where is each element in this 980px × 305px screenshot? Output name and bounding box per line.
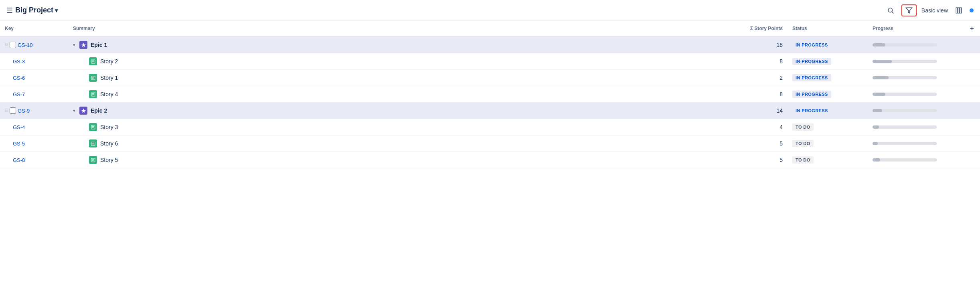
columns-icon bbox=[955, 7, 962, 14]
story-icon bbox=[89, 90, 97, 98]
story-points: 2 bbox=[780, 75, 783, 81]
online-indicator bbox=[970, 8, 974, 12]
project-chevron-icon[interactable]: ▾ bbox=[55, 7, 58, 14]
summary-text[interactable]: Story 3 bbox=[100, 124, 118, 130]
progress-bar bbox=[873, 43, 937, 46]
story-icon bbox=[89, 74, 97, 82]
project-title[interactable]: Big Project ▾ bbox=[15, 6, 58, 14]
list-icon: ☰ bbox=[6, 6, 13, 15]
progress-bar bbox=[873, 158, 937, 162]
row-checkbox[interactable] bbox=[10, 42, 16, 48]
columns-button[interactable] bbox=[953, 4, 965, 16]
issue-key-link[interactable]: GS-9 bbox=[18, 108, 30, 114]
status-badge[interactable]: IN PROGRESS bbox=[792, 41, 831, 48]
progress-bar-fill bbox=[873, 93, 885, 96]
issue-key-link[interactable]: GS-4 bbox=[13, 124, 25, 130]
col-header-status: Status bbox=[788, 21, 868, 36]
story-icon bbox=[89, 57, 97, 65]
drag-handle: ⠿ bbox=[5, 108, 8, 113]
backlog-table-container: Key Summary Σ Story Points Status Progre… bbox=[0, 21, 980, 168]
summary-text[interactable]: Epic 1 bbox=[91, 42, 107, 48]
status-badge[interactable]: IN PROGRESS bbox=[792, 74, 831, 81]
expand-chevron-icon[interactable]: ▾ bbox=[73, 108, 75, 113]
progress-bar-fill bbox=[873, 158, 880, 162]
summary-text[interactable]: Story 4 bbox=[100, 91, 118, 97]
epic-icon bbox=[79, 41, 87, 49]
col-header-summary: Summary bbox=[68, 21, 723, 36]
search-button[interactable] bbox=[885, 4, 897, 16]
app-header: ☰ Big Project ▾ Basic view bbox=[0, 0, 980, 21]
status-badge[interactable]: IN PROGRESS bbox=[792, 107, 831, 114]
table-row: ⠿ GS-9 ▾ Epic 2 14IN PROGRESS bbox=[0, 103, 980, 119]
issue-key-link[interactable]: GS-8 bbox=[13, 157, 25, 163]
status-badge[interactable]: IN PROGRESS bbox=[792, 58, 831, 65]
story-points: 5 bbox=[780, 140, 783, 147]
story-icon bbox=[89, 139, 97, 147]
svg-marker-2 bbox=[906, 8, 912, 13]
progress-bar-fill bbox=[873, 125, 879, 129]
summary-text[interactable]: Story 1 bbox=[100, 75, 118, 81]
svg-rect-5 bbox=[960, 8, 962, 13]
story-points: 14 bbox=[776, 107, 783, 114]
issue-key-link[interactable]: GS-7 bbox=[13, 91, 25, 97]
search-icon bbox=[887, 7, 894, 14]
col-header-add: + bbox=[964, 21, 980, 36]
table-row: GS-7 Story 4 8IN PROGRESS bbox=[0, 86, 980, 103]
issue-key-link[interactable]: GS-3 bbox=[13, 59, 25, 65]
table-row: GS-8 Story 5 5TO DO bbox=[0, 152, 980, 168]
col-header-points: Σ Story Points bbox=[723, 21, 788, 36]
table-row: GS-5 Story 6 5TO DO bbox=[0, 135, 980, 152]
epic-icon bbox=[79, 107, 87, 115]
story-icon bbox=[89, 156, 97, 164]
story-icon bbox=[89, 123, 97, 131]
table-row: ⠿ GS-10 ▾ Epic 1 18IN PROGRESS bbox=[0, 36, 980, 53]
story-points: 8 bbox=[780, 91, 783, 97]
progress-bar bbox=[873, 93, 937, 96]
progress-bar-fill bbox=[873, 142, 878, 145]
basic-view-button[interactable]: Basic view bbox=[921, 7, 948, 14]
svg-point-0 bbox=[888, 8, 893, 12]
row-checkbox[interactable] bbox=[10, 107, 16, 114]
issue-key-link[interactable]: GS-10 bbox=[18, 42, 33, 48]
status-badge[interactable]: TO DO bbox=[792, 156, 814, 164]
header-left: ☰ Big Project ▾ bbox=[6, 6, 58, 15]
header-right: Basic view bbox=[885, 4, 974, 16]
story-points: 18 bbox=[776, 42, 783, 48]
filter-button[interactable] bbox=[901, 4, 917, 16]
issue-key-link[interactable]: GS-5 bbox=[13, 141, 25, 147]
backlog-table: Key Summary Σ Story Points Status Progre… bbox=[0, 21, 980, 168]
status-badge[interactable]: TO DO bbox=[792, 140, 814, 147]
progress-bar bbox=[873, 109, 937, 112]
progress-bar-fill bbox=[873, 43, 885, 46]
status-badge[interactable]: IN PROGRESS bbox=[792, 91, 831, 98]
progress-bar-fill bbox=[873, 60, 892, 63]
svg-rect-4 bbox=[958, 8, 960, 13]
progress-bar-fill bbox=[873, 76, 889, 79]
col-header-progress: Progress bbox=[868, 21, 964, 36]
issue-key-link[interactable]: GS-6 bbox=[13, 75, 25, 81]
project-title-text: Big Project bbox=[15, 6, 53, 14]
drag-handle: ⠿ bbox=[5, 42, 8, 48]
table-row: GS-4 Story 3 4TO DO bbox=[0, 119, 980, 135]
summary-text[interactable]: Epic 2 bbox=[91, 107, 107, 114]
story-points: 8 bbox=[780, 58, 783, 65]
table-row: GS-6 Story 1 2IN PROGRESS bbox=[0, 70, 980, 86]
svg-rect-3 bbox=[956, 8, 958, 13]
progress-bar-fill bbox=[873, 109, 882, 112]
story-points: 5 bbox=[780, 157, 783, 163]
story-points: 4 bbox=[780, 124, 783, 130]
summary-text[interactable]: Story 6 bbox=[100, 140, 118, 147]
filter-icon bbox=[905, 7, 913, 14]
summary-text[interactable]: Story 2 bbox=[100, 58, 118, 65]
svg-line-1 bbox=[892, 12, 893, 13]
table-row: GS-3 Story 2 8IN PROGRESS bbox=[0, 53, 980, 70]
add-column-button[interactable]: + bbox=[970, 25, 974, 32]
expand-chevron-icon[interactable]: ▾ bbox=[73, 42, 75, 48]
progress-bar bbox=[873, 76, 937, 79]
progress-bar bbox=[873, 142, 937, 145]
progress-bar bbox=[873, 60, 937, 63]
status-badge[interactable]: TO DO bbox=[792, 123, 814, 131]
summary-text[interactable]: Story 5 bbox=[100, 157, 118, 163]
col-header-key: Key bbox=[0, 21, 68, 36]
progress-bar bbox=[873, 125, 937, 129]
